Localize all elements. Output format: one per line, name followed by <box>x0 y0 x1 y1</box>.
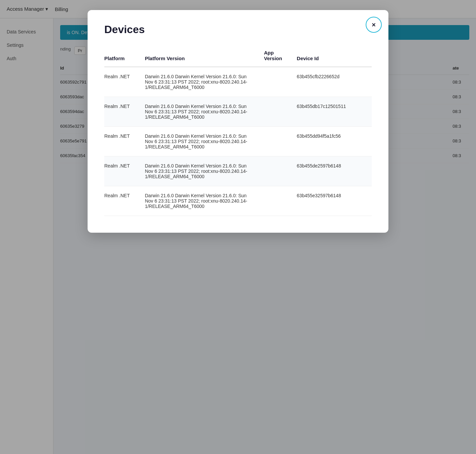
modal-title: Devices <box>104 23 372 36</box>
modal-overlay: × Devices Platform Platform Version App … <box>0 0 476 454</box>
cell-device-id: 63b455cfb2226652d <box>291 67 372 97</box>
table-row: Realm .NETDarwin 21.6.0 Darwin Kernel Ve… <box>104 186 372 216</box>
cell-app-version <box>259 186 291 216</box>
cell-platform: Realm .NET <box>104 97 139 127</box>
devices-table: Platform Platform Version App Version De… <box>104 46 372 216</box>
cell-app-version <box>259 97 291 127</box>
cell-app-version <box>259 127 291 156</box>
cell-platform: Realm .NET <box>104 67 139 97</box>
col-header-device-id: Device Id <box>291 46 372 67</box>
cell-platform-version: Darwin 21.6.0 Darwin Kernel Version 21.6… <box>139 97 258 127</box>
cell-app-version <box>259 67 291 97</box>
cell-device-id: 63b455e32597b6148 <box>291 186 372 216</box>
table-row: Realm .NETDarwin 21.6.0 Darwin Kernel Ve… <box>104 156 372 186</box>
col-header-platform: Platform <box>104 46 139 67</box>
cell-platform: Realm .NET <box>104 156 139 186</box>
table-row: Realm .NETDarwin 21.6.0 Darwin Kernel Ve… <box>104 127 372 156</box>
table-header-row: Platform Platform Version App Version De… <box>104 46 372 67</box>
cell-platform-version: Darwin 21.6.0 Darwin Kernel Version 21.6… <box>139 127 258 156</box>
table-row: Realm .NETDarwin 21.6.0 Darwin Kernel Ve… <box>104 67 372 97</box>
cell-platform-version: Darwin 21.6.0 Darwin Kernel Version 21.6… <box>139 186 258 216</box>
cell-device-id: 63b455dd94f5a1fc56 <box>291 127 372 156</box>
close-button[interactable]: × <box>366 17 382 33</box>
cell-platform: Realm .NET <box>104 127 139 156</box>
col-header-app-version: App Version <box>259 46 291 67</box>
table-row: Realm .NETDarwin 21.6.0 Darwin Kernel Ve… <box>104 97 372 127</box>
col-header-platform-version: Platform Version <box>139 46 258 67</box>
cell-device-id: 63b455de2597b6148 <box>291 156 372 186</box>
devices-modal: × Devices Platform Platform Version App … <box>88 10 388 233</box>
cell-platform-version: Darwin 21.6.0 Darwin Kernel Version 21.6… <box>139 67 258 97</box>
cell-device-id: 63b455db17c12501511 <box>291 97 372 127</box>
close-icon: × <box>372 21 376 29</box>
cell-app-version <box>259 156 291 186</box>
cell-platform-version: Darwin 21.6.0 Darwin Kernel Version 21.6… <box>139 156 258 186</box>
cell-platform: Realm .NET <box>104 186 139 216</box>
